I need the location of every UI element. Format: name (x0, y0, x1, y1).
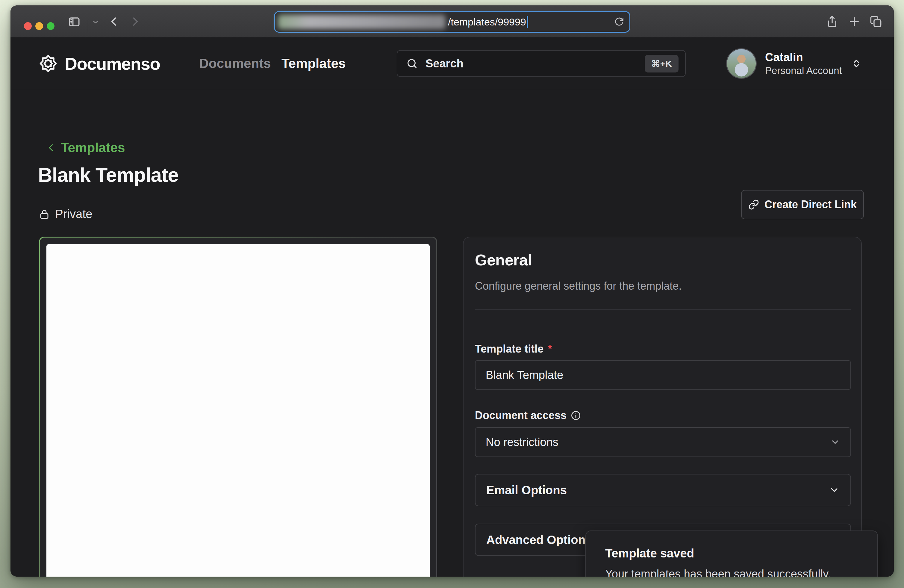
app-header: Documenso Documents Templates Search ⌘+K… (11, 38, 894, 89)
url-path-text: /templates/99999 (448, 13, 528, 31)
template-preview-card (39, 237, 437, 577)
create-direct-link-label: Create Direct Link (765, 198, 857, 211)
panel-subheading: Configure general settings for the templ… (475, 280, 681, 292)
link-icon (748, 199, 759, 210)
create-direct-link-button[interactable]: Create Direct Link (741, 190, 864, 219)
account-menu[interactable]: Catalin Personal Account (726, 48, 862, 79)
brand-name: Documenso (65, 54, 160, 74)
preview-card-inner (40, 237, 436, 577)
reload-icon[interactable] (614, 17, 624, 27)
chevrons-up-down-icon (850, 57, 862, 70)
brand[interactable]: Documenso (39, 38, 160, 89)
browser-window: /templates/99999 Docume (11, 5, 894, 577)
chevron-down-icon (830, 437, 840, 447)
back-button[interactable] (107, 15, 121, 28)
tab-group-chevron-icon[interactable] (92, 19, 99, 26)
account-type: Personal Account (765, 65, 842, 77)
url-address-bar[interactable]: /templates/99999 (275, 13, 629, 31)
lock-icon (39, 209, 50, 220)
panel-heading: General (475, 251, 532, 269)
close-window-button[interactable] (24, 22, 32, 30)
chevron-down-icon (829, 485, 840, 495)
document-page[interactable] (46, 244, 430, 577)
search-shortcut-badge: ⌘+K (645, 55, 678, 73)
info-icon[interactable] (571, 410, 581, 420)
email-options-collapsible[interactable]: Email Options (475, 474, 851, 506)
app-viewport: Documenso Documents Templates Search ⌘+K… (11, 38, 894, 577)
chevron-left-icon (46, 142, 57, 153)
share-icon[interactable] (826, 15, 838, 28)
document-access-label: Document access (475, 409, 581, 422)
account-labels: Catalin Personal Account (765, 50, 842, 77)
breadcrumb[interactable]: Templates (46, 140, 125, 155)
template-title-label: Template title* (475, 343, 552, 355)
nav-documents[interactable]: Documents (199, 38, 271, 89)
new-tab-icon[interactable] (848, 15, 861, 28)
panel-divider (475, 309, 851, 310)
toast-notification[interactable]: Template saved Your templates has been s… (585, 531, 878, 577)
breadcrumb-label: Templates (61, 140, 125, 155)
nav-templates[interactable]: Templates (281, 38, 346, 89)
account-name: Catalin (765, 50, 842, 65)
general-settings-panel: General Configure general settings for t… (463, 237, 862, 577)
text-caret (527, 16, 528, 28)
url-blurred-domain (278, 15, 446, 29)
email-options-label: Email Options (486, 484, 567, 497)
visibility-label: Private (55, 207, 93, 221)
advanced-options-label: Advanced Options (486, 533, 592, 547)
document-access-select[interactable]: No restrictions (475, 427, 851, 457)
forward-button[interactable] (128, 15, 142, 28)
page-title: Blank Template (38, 164, 179, 187)
search-bar[interactable]: Search ⌘+K (397, 50, 686, 77)
search-placeholder: Search (425, 57, 637, 70)
browser-toolbar: /templates/99999 (11, 5, 894, 38)
document-access-value: No restrictions (486, 436, 558, 449)
desktop: { "browser": { "url_visible_path": "/tem… (0, 0, 904, 588)
toolbar-separator (88, 20, 89, 32)
template-title-input[interactable] (475, 360, 851, 390)
sidebar-toggle-icon[interactable] (68, 16, 81, 28)
minimize-window-button[interactable] (35, 22, 43, 30)
avatar[interactable] (726, 48, 757, 79)
required-mark: * (548, 343, 552, 355)
toast-title: Template saved (605, 547, 694, 560)
visibility-status: Private (39, 207, 93, 221)
zoom-window-button[interactable] (47, 22, 54, 30)
documenso-logo-icon (39, 54, 57, 73)
tab-overview-icon[interactable] (869, 15, 882, 28)
toast-message: Your templates has been saved successful… (605, 567, 831, 577)
search-icon (406, 58, 418, 69)
